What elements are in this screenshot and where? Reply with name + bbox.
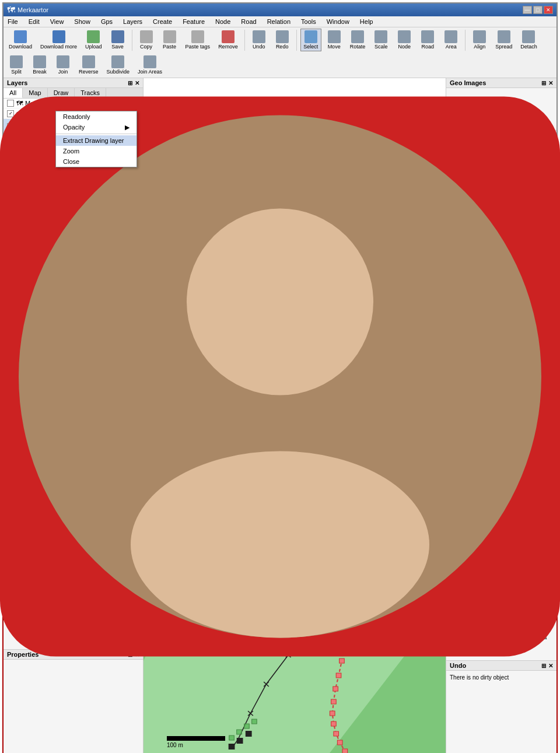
svg-point-80 xyxy=(131,451,429,638)
figure2-container: 🗺 untitled - Merkaartor v0.17.2:(release… xyxy=(0,408,560,753)
ctx-zoom-2[interactable]: Zoom xyxy=(56,146,136,156)
ctx-sep-2 xyxy=(56,134,136,134)
opacity-arrow-2: ▶ xyxy=(125,124,130,131)
ctx-readonly-2[interactable]: Readonly xyxy=(56,111,136,122)
app-window-2: 🗺 untitled - Merkaartor v0.17.2:(release… xyxy=(2,410,558,753)
ctx-extract-drawing-2[interactable]: Extract Drawing layer xyxy=(56,135,136,146)
ctx-opacity-2[interactable]: Opacity ▶ xyxy=(56,122,136,132)
context-menu-2: Readonly Opacity ▶ Extract Drawing layer… xyxy=(55,111,137,167)
svg-point-79 xyxy=(187,209,373,395)
ctx-close-2[interactable]: Close xyxy=(56,156,136,167)
